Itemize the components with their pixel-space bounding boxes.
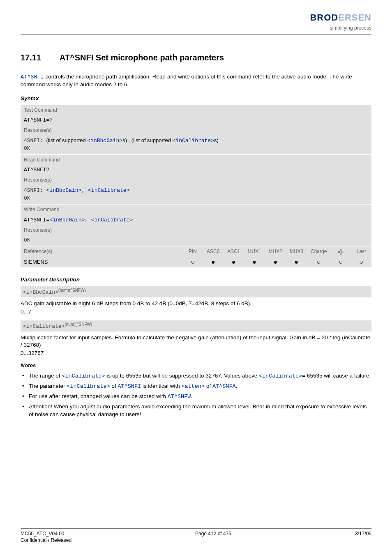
param-1-suffix: (num)(^SNFW) — [58, 288, 86, 292]
param-2-header: <inCalibrate>(num)(^SNFW) — [21, 320, 371, 332]
note-2-mid3: of — [205, 383, 212, 389]
mark-charge: ○ — [307, 257, 330, 267]
write-command: AT^SNFI=<inBbcGain>, <inCalibrate> — [21, 214, 371, 226]
read-command-label: Read Command — [21, 154, 371, 165]
footer-rule — [21, 528, 371, 529]
mark-mux1: ● — [244, 257, 265, 267]
note-2-c1: AT^SNFI — [118, 383, 141, 389]
page-header: BRODERSEN simplifying process — [21, 0, 371, 34]
responses-label: Response(s) — [21, 125, 371, 135]
test-response: ^SNFI: (list of supported <inBbcGain>s) … — [21, 135, 371, 154]
read-resp-prefix: ^SNFI: — [24, 187, 46, 193]
note-1-pre: The range of — [29, 373, 62, 379]
param-1-header: <inBbcGain>(num)(^SNFW) — [21, 286, 371, 297]
write-p2: <inCalibrate> — [91, 217, 133, 223]
param-1-range: 0...7 — [21, 308, 371, 315]
note-2-pre: The parameter — [29, 383, 67, 389]
note-1-p2: <inCalibrate> — [259, 373, 302, 379]
write-resp-ok: OK — [21, 235, 371, 246]
test-command: AT^SNFI=? — [21, 115, 371, 126]
write-sep: , — [85, 217, 91, 223]
test-resp-mid2: s) , (list of supported — [122, 137, 172, 143]
note-2-post: . — [236, 383, 238, 389]
col-asc0: ASC0 — [203, 246, 224, 257]
note-1: The range of <inCalibrate> is up to 6553… — [21, 372, 371, 380]
footer-confidential: Confidential / Released — [21, 537, 71, 543]
col-asc1: ASC1 — [224, 246, 244, 257]
note-4: Attention! When you adjust audio paramet… — [21, 403, 371, 418]
notes-heading: Notes — [21, 362, 371, 369]
col-pin: PIN — [182, 246, 203, 257]
intro-cmd: AT^SNFI — [21, 74, 44, 80]
brand-tagline: simplifying process — [310, 25, 371, 31]
footer-doc-id: MC55_ATC_V04.00 — [21, 530, 71, 537]
header-rule — [21, 35, 371, 35]
footer-page: Page 412 of 475 — [195, 530, 231, 543]
syntax-table: Test Command AT^SNFI=? Response(s) ^SNFI… — [21, 105, 371, 246]
section-heading: 17.11 AT^SNFI Set microphone path parame… — [21, 52, 371, 63]
col-mux3: MUX3 — [286, 246, 307, 257]
intro-text: controls the microphone path amplificati… — [21, 74, 352, 88]
read-resp-p1: <inBbcGain> — [46, 187, 82, 193]
section-number: 17.11 — [21, 52, 58, 63]
mark-asc1: ● — [224, 257, 244, 267]
syntax-heading: Syntax — [21, 95, 371, 102]
write-cmd-prefix: AT^SNFI= — [24, 217, 49, 223]
section-title-text: AT^SNFI Set microphone path parameters — [60, 53, 224, 62]
col-mux1: MUX1 — [244, 246, 265, 257]
airplane-icon — [337, 249, 344, 255]
param-2-suffix: (num)(^SNFW) — [65, 322, 92, 327]
page-footer: MC55_ATC_V04.00 Confidential / Released … — [21, 528, 371, 543]
note-1-post: = 65535 will cause a failure. — [302, 373, 371, 379]
note-3-pre: For use after restart, changed values ca… — [29, 393, 168, 399]
test-resp-mid1: (list of supported — [46, 137, 88, 143]
mark-asc0: ● — [203, 257, 224, 267]
brand-right: ERSEN — [338, 12, 371, 23]
note-2-mid: of — [110, 383, 118, 389]
test-resp-param1: <inBbcGain> — [87, 138, 122, 144]
mark-airplane: ○ — [330, 257, 351, 267]
note-3-c1: AT^SNFW — [168, 394, 191, 400]
read-resp-ok: OK — [24, 195, 30, 201]
logo-block: BRODERSEN simplifying process — [310, 12, 371, 31]
param-2-range: 0...32767 — [21, 350, 371, 357]
reference-table: Reference(s) PIN ASC0 ASC1 MUX1 MUX2 MUX… — [21, 246, 371, 267]
param-1-name: <inBbcGain> — [23, 289, 58, 295]
note-2-c2: AT^SNFA — [212, 383, 236, 389]
note-2-p2: <atten> — [181, 383, 205, 389]
param-1-desc: ADC gain adjustable in eight 6 dB steps … — [21, 300, 371, 307]
col-charge: Charge — [307, 246, 330, 257]
write-p1: <inBbcGain> — [49, 217, 85, 223]
note-3-post: . — [191, 393, 192, 399]
test-resp-suffix: s) — [214, 137, 219, 143]
vendor-name: SIEMENS — [21, 257, 182, 267]
test-command-label: Test Command — [21, 105, 371, 115]
col-airplane-icon — [330, 246, 351, 257]
intro-paragraph: AT^SNFI controls the microphone path amp… — [21, 73, 371, 88]
test-resp-ok: OK — [24, 145, 30, 152]
param-desc-heading: Parameter Description — [21, 276, 371, 283]
col-last: Last — [351, 246, 371, 257]
test-resp-prefix: ^SNFI: — [24, 138, 46, 144]
references-label: Reference(s) — [21, 246, 182, 257]
note-2: The parameter <inCalibrate> of AT^SNFI i… — [21, 382, 371, 390]
col-mux2: MUX2 — [265, 246, 286, 257]
brand-left: BROD — [310, 12, 338, 23]
write-command-label: Write Command — [21, 204, 371, 214]
read-resp-sep: , — [81, 187, 88, 193]
responses-label-3: Response(s) — [21, 225, 371, 235]
param-2-name: <inCalibrate> — [23, 323, 65, 329]
mark-last: ○ — [351, 257, 371, 267]
mark-mux3: ● — [286, 257, 307, 267]
read-response: ^SNFI: <inBbcGain>, <inCalibrate> OK — [21, 185, 371, 204]
note-4-text: Attention! When you adjust audio paramet… — [29, 403, 367, 417]
read-command: AT^SNFI? — [21, 165, 371, 175]
read-resp-p2: <inCalibrate> — [88, 187, 129, 193]
responses-label-2: Response(s) — [21, 175, 371, 185]
note-2-mid2: is identical with — [141, 383, 181, 389]
note-3: For use after restart, changed values ca… — [21, 393, 371, 401]
mark-mux2: ● — [265, 257, 286, 267]
mark-pin: ○ — [182, 257, 203, 267]
test-resp-param2: <inCalibrate> — [173, 138, 214, 144]
brand-logo: BRODERSEN — [310, 12, 371, 24]
